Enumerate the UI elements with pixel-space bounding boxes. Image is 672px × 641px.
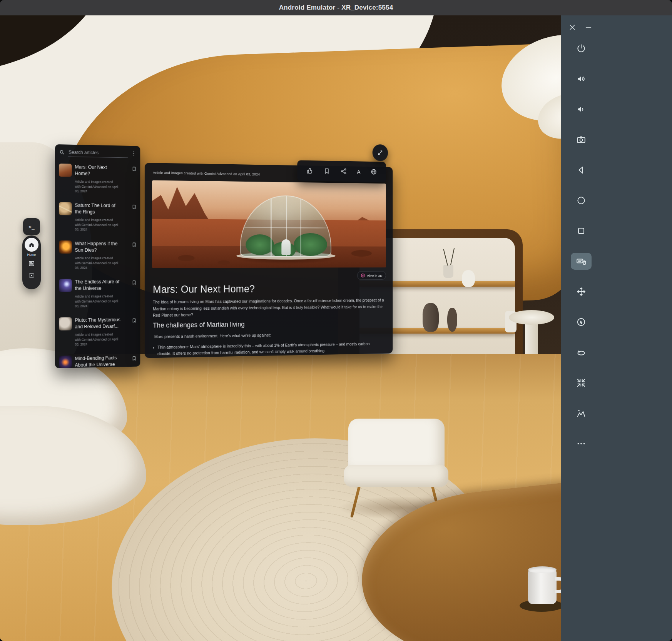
text-size-icon[interactable]: A	[357, 169, 361, 175]
article-list-item[interactable]: Mind-Bending Facts About the Universe	[55, 351, 140, 368]
xr-scene: >_ Home	[0, 15, 561, 641]
article-list-item[interactable]: Saturn: The Lord of the Rings Article an…	[55, 198, 140, 237]
zoom-fit-icon	[576, 378, 586, 388]
home-nav-button[interactable]	[571, 194, 592, 207]
zoom-fit-button[interactable]	[571, 376, 592, 390]
article-subtitle: Article and images created with Gemini A…	[75, 217, 120, 232]
overview-square-icon	[576, 226, 586, 236]
terminal-icon: >_	[28, 224, 35, 230]
chair-seat	[344, 465, 448, 487]
bookmark-icon[interactable]	[323, 167, 330, 175]
article-title: Saturn: The Lord of the Rings	[75, 202, 121, 216]
article-subtitle: Article and images created with Gemini A…	[75, 179, 120, 194]
article-list-item[interactable]: What Happens if the Sun Dies? Article an…	[55, 237, 140, 275]
search-icon	[59, 149, 65, 155]
camera-button[interactable]	[571, 133, 592, 147]
globe-icon[interactable]	[370, 168, 377, 175]
shelf-vase-white	[462, 270, 475, 287]
bullet-text: Thin atmosphere: Mars' atmosphere is inc…	[157, 341, 383, 357]
article-title: Mars: Our Next Home?	[75, 164, 121, 177]
pan-button[interactable]	[571, 285, 592, 299]
window-resize-button[interactable]	[373, 144, 388, 161]
pedestal-table-stem	[525, 320, 538, 357]
keyboard-input-icon	[576, 256, 586, 266]
dock-home-label: Home	[27, 253, 36, 257]
volume-up-button[interactable]	[571, 72, 592, 86]
resize-icon	[377, 149, 383, 156]
article-title: What Happens if the Sun Dies?	[75, 240, 121, 254]
more-options-button[interactable]	[571, 437, 592, 451]
bookmark-icon[interactable]	[131, 166, 137, 172]
article-reader-panel: Article and images created with Gemini A…	[145, 163, 393, 358]
bookmark-icon[interactable]	[131, 242, 137, 248]
dock-feed-button[interactable]	[28, 260, 35, 269]
article-list-panel: Mars: Our Next Home? Article and images …	[55, 144, 140, 368]
sun-thumbnail	[59, 240, 72, 254]
bookmark-icon[interactable]	[131, 204, 137, 210]
dome-plants	[294, 233, 327, 256]
pointer-capture-icon	[576, 317, 586, 327]
bookmark-icon[interactable]	[131, 318, 137, 324]
motion-tracking-button[interactable]	[571, 406, 592, 420]
mars-hero-image	[152, 180, 386, 268]
power-button[interactable]	[571, 42, 592, 55]
home-circle-icon	[576, 195, 586, 205]
volume-down-button[interactable]	[571, 102, 592, 116]
bookmark-icon[interactable]	[131, 280, 137, 285]
dome-rib	[271, 196, 271, 256]
shelf-plant-pot	[443, 265, 453, 278]
shelf-vase-dark	[423, 303, 439, 332]
search-input[interactable]	[68, 148, 128, 158]
mug	[528, 569, 557, 604]
emulator-window: Android Emulator - XR_Device:5554	[0, 0, 672, 641]
emulator-toolbar	[561, 15, 672, 641]
reader-app-window: Mars: Our Next Home? Article and images …	[55, 144, 393, 368]
share-icon[interactable]	[340, 168, 347, 175]
shelf-vase-slim	[447, 308, 457, 332]
keyboard-input-button[interactable]	[571, 253, 592, 270]
pointer-capture-button[interactable]	[571, 315, 592, 329]
overview-button[interactable]	[571, 224, 592, 238]
article-subtitle: Article and images created with Gemini A…	[75, 294, 120, 309]
volume-down-icon	[576, 104, 586, 114]
dock-video-button[interactable]	[28, 272, 35, 280]
back-button[interactable]	[571, 163, 592, 177]
article-intro: The idea of humans living on Mars has ca…	[153, 297, 385, 319]
article-credit: Article and images created with Gemini A…	[153, 170, 260, 176]
orbit-button[interactable]	[571, 346, 592, 359]
title-bar: Android Emulator - XR_Device:5554	[0, 0, 672, 15]
mars-thumbnail	[59, 164, 72, 177]
close-icon[interactable]	[568, 23, 577, 32]
article-list-item[interactable]: The Endless Allure of the Universe Artic…	[55, 275, 140, 314]
bullet-item: • Thin atmosphere: Mars' atmosphere is i…	[153, 341, 383, 357]
section-heading: The challenges of Martian living	[153, 320, 245, 330]
view-in-3d-button[interactable]: View in 3D	[357, 271, 386, 280]
mug-handle	[555, 577, 561, 593]
orbit-icon	[576, 347, 586, 357]
search-bar	[55, 144, 140, 161]
dock-home-button[interactable]	[25, 238, 38, 252]
article-list-item[interactable]: Pluto: The Mysterious and Beloved Dwarf.…	[55, 313, 140, 352]
app-dock: Home	[22, 235, 41, 289]
minimize-icon[interactable]	[584, 23, 593, 32]
motion-tracking-icon	[576, 408, 586, 418]
pluto-thumbnail	[59, 317, 72, 331]
view-in-3d-label: View in 3D	[367, 274, 382, 278]
article-subtitle: Article and images created with Gemini A…	[75, 332, 120, 347]
power-icon	[576, 43, 586, 53]
thumbs-up-icon[interactable]	[306, 167, 313, 174]
terminal-button[interactable]: >_	[23, 218, 40, 235]
section-lead: Mars presents a harsh environment. Here'…	[154, 333, 271, 339]
dome-door	[281, 239, 291, 255]
bookmark-icon[interactable]	[131, 356, 137, 361]
volume-up-icon	[576, 74, 586, 84]
pedestal-table-top	[509, 310, 554, 325]
article-list-item[interactable]: Mars: Our Next Home? Article and images …	[55, 160, 140, 199]
hero-rock	[218, 260, 230, 265]
kebab-menu-icon[interactable]	[131, 150, 137, 157]
article-title: Mind-Bending Facts About the Universe	[75, 355, 121, 368]
article-subtitle: Article and images created with Gemini A…	[75, 256, 120, 270]
hero-rock	[351, 250, 372, 257]
dome-rib	[300, 196, 301, 256]
camera-icon	[576, 135, 586, 145]
